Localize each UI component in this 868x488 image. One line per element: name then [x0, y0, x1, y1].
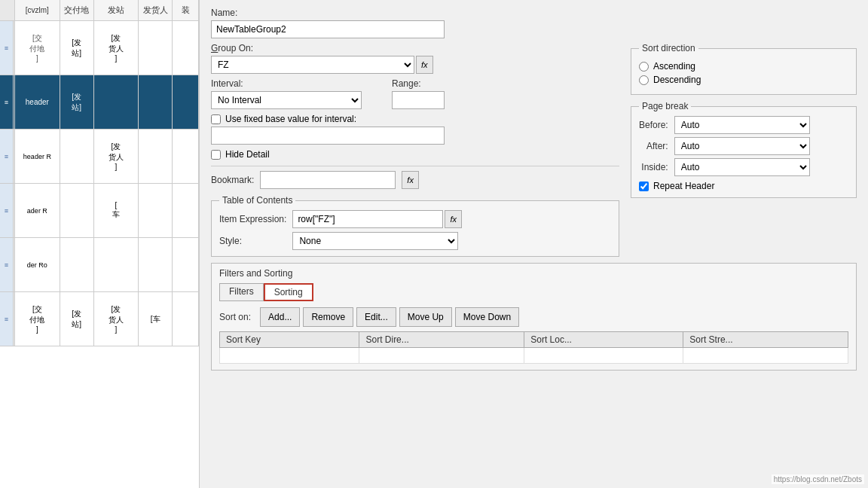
item-expression-fx-button[interactable]: fx: [445, 210, 462, 228]
move-up-button[interactable]: Move Up: [399, 307, 452, 327]
move-down-button[interactable]: Move Down: [455, 307, 519, 327]
tab-filters[interactable]: Filters: [219, 283, 264, 301]
separator-1: [211, 166, 619, 166]
row-num-3: ≡ 3: [0, 130, 15, 183]
toc-legend: Table of Contents: [219, 195, 295, 206]
sort-table-cell-4: [683, 348, 848, 364]
cell-3-2: [60, 130, 94, 183]
ascending-radio-item: Ascending: [639, 61, 848, 72]
table-row[interactable]: ≡ 5 der Ro: [0, 238, 199, 292]
row-num-6: ≡: [0, 292, 15, 346]
bookmark-label: Bookmark:: [211, 175, 254, 185]
interval-select[interactable]: No Interval: [211, 91, 362, 109]
style-label: Style:: [219, 236, 286, 246]
range-input[interactable]: [392, 91, 445, 109]
col-jiaofu-header: 交付地: [60, 0, 94, 20]
after-label: After:: [639, 141, 668, 151]
col-fazhan-header: 发站: [94, 0, 139, 20]
sort-table-cell-3: [524, 348, 683, 364]
remove-button[interactable]: Remove: [303, 307, 353, 327]
left-table-panel: [cvzlm] 交付地 发站 发货人 装 ≡ [交付地] [发站] [发货人] …: [0, 0, 200, 488]
name-input[interactable]: [211, 20, 445, 38]
before-select[interactable]: Auto: [674, 116, 810, 134]
cell-2-5: [173, 75, 199, 129]
cell-1-2: [发站]: [60, 21, 94, 75]
table-row[interactable]: ≡ 4 ader R [车: [0, 184, 199, 238]
row-icon-3: ≡: [5, 153, 8, 160]
fixed-base-input[interactable]: [211, 127, 445, 145]
table-row[interactable]: ≡ 3 header R [发货人]: [0, 130, 199, 184]
cell-3-4: [139, 130, 173, 183]
after-select[interactable]: Auto: [674, 137, 810, 155]
cell-6-3: [发货人]: [94, 292, 139, 346]
repeat-header-checkbox[interactable]: [639, 181, 649, 191]
inside-select[interactable]: Auto: [674, 158, 810, 176]
bookmark-input[interactable]: [260, 171, 396, 189]
table-row[interactable]: ≡ 2 header [发站]: [0, 75, 199, 130]
group-on-fx-button[interactable]: fx: [416, 56, 433, 74]
col-zhuang-header: 装: [173, 0, 199, 20]
ascending-radio[interactable]: [639, 62, 649, 72]
sort-table: Sort Key Sort Dire... Sort Loc... Sort S…: [219, 331, 848, 364]
cell-3-header: header R: [15, 130, 60, 183]
row-icon-1: ≡: [5, 44, 8, 52]
right-properties-panel: Name: Group On: FZ fx Interval:: [200, 0, 868, 488]
toc-grid: Item Expression: fx Style: None: [219, 210, 611, 250]
group-on-label: Group On:: [211, 43, 619, 53]
descending-label: Descending: [653, 75, 701, 85]
row-num-4: ≡ 4: [0, 184, 15, 237]
sort-table-cell-1: [220, 348, 359, 364]
name-label: Name:: [211, 8, 857, 18]
row-icon-2: ≡: [5, 99, 8, 106]
sort-table-cell-2: [359, 348, 524, 364]
ascending-label: Ascending: [653, 61, 695, 72]
cell-6-4: [车: [139, 292, 173, 346]
row-num-5: ≡ 5: [0, 238, 15, 291]
row-num-1: ≡: [0, 21, 15, 75]
table-row[interactable]: ≡ [交付地] [发站] [发货人]: [0, 21, 199, 75]
cell-4-3: [车: [94, 184, 139, 237]
cell-1-3: [发货人]: [94, 21, 139, 75]
tabs-row: Filters Sorting: [219, 283, 848, 301]
cell-2-fazhan: [发站]: [60, 75, 94, 129]
sort-key-header: Sort Key: [220, 332, 359, 348]
cell-5-5: [173, 238, 199, 291]
cell-4-5: [173, 184, 199, 237]
row-indicator-1: ≡: [0, 21, 14, 75]
edit-button[interactable]: Edit...: [356, 307, 396, 327]
cell-2-3: [94, 75, 139, 129]
range-group: Range:: [392, 78, 445, 109]
descending-radio[interactable]: [639, 75, 649, 85]
add-button[interactable]: Add...: [260, 307, 300, 327]
sort-dire-header: Sort Dire...: [359, 332, 524, 348]
tab-sorting[interactable]: Sorting: [264, 283, 313, 301]
hide-detail-checkbox[interactable]: [211, 150, 221, 160]
repeat-header-label: Repeat Header: [653, 181, 714, 191]
row-icon-4: ≡: [5, 207, 8, 215]
style-select[interactable]: None: [292, 232, 458, 250]
fixed-base-row: Use fixed base value for interval:: [211, 114, 619, 145]
interval-range-row: Interval: No Interval Range:: [211, 78, 619, 109]
cell-5-3: [94, 238, 139, 291]
cell-1-5: [173, 21, 199, 75]
table-row[interactable]: ≡ [交付地] [发站] [发货人] [车: [0, 292, 199, 346]
filters-sorting-title: Filters and Sorting: [219, 268, 848, 279]
row-num-2: ≡ 2: [0, 75, 15, 129]
row-icon-5: ≡: [5, 261, 8, 269]
fixed-base-checkbox[interactable]: [211, 114, 221, 124]
sort-loc-header: Sort Loc...: [524, 332, 683, 348]
name-group: Name:: [211, 8, 857, 38]
sort-direction-fieldset: Sort direction Ascending Descending: [631, 43, 857, 95]
row-indicator-2: ≡: [0, 75, 14, 129]
sort-toolbar: Sort on: Add... Remove Edit... Move Up M…: [219, 307, 848, 327]
cell-5-4: [139, 238, 173, 291]
item-expression-input[interactable]: [292, 210, 443, 228]
sort-direction-legend: Sort direction: [639, 43, 698, 53]
group-on-select[interactable]: FZ: [211, 56, 414, 74]
cell-3-fahuo: [发货人]: [94, 130, 139, 183]
bookmark-fx-button[interactable]: fx: [402, 171, 419, 189]
table-top-header: [cvzlm] 交付地 发站 发货人 装: [0, 0, 199, 21]
interval-label: Interval:: [211, 78, 362, 89]
group-on-row: FZ fx: [211, 56, 619, 74]
watermark: https://blog.csdn.net/Zbots: [772, 474, 864, 484]
